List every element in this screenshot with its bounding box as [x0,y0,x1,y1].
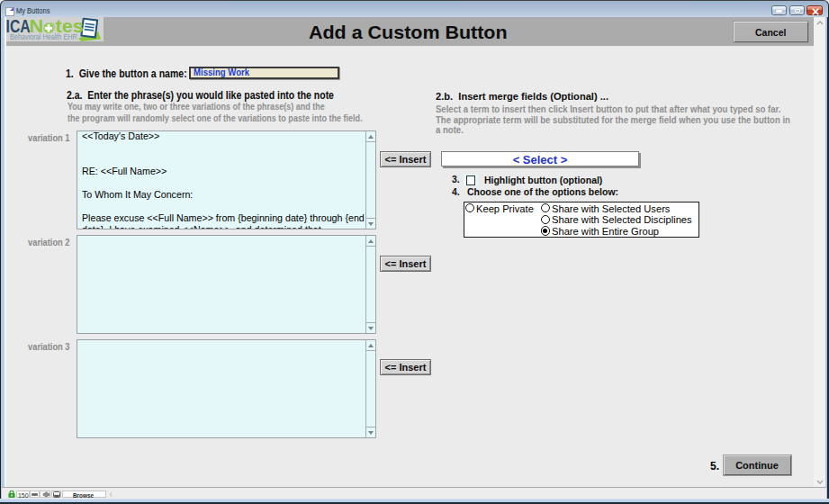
svg-text:Behavioral Health EHR: Behavioral Health EHR [10,33,77,41]
